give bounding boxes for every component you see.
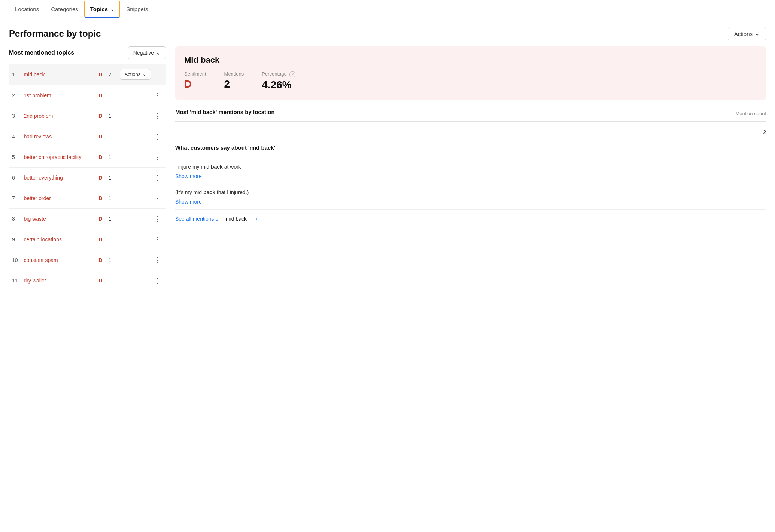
see-all-link[interactable]: See all mentions of mid back → — [175, 215, 766, 222]
row-number: 6 — [9, 168, 21, 188]
row-menu-button[interactable]: ⋮ — [152, 193, 163, 203]
topic-name[interactable]: bad reviews — [24, 134, 52, 140]
row-number: 4 — [9, 126, 21, 147]
help-icon: ? — [289, 71, 295, 77]
mentions-value: 2 — [224, 78, 244, 90]
topic-name[interactable]: better order — [24, 195, 51, 201]
nav-topics-label: Topics — [90, 6, 108, 12]
row-actions-button[interactable]: Actions ⌄ — [120, 69, 151, 80]
sentiment-badge: D — [96, 168, 106, 188]
table-row: 32nd problemD1⋮ — [9, 106, 166, 126]
page-header: Performance by topic Actions ⌄ — [0, 18, 775, 46]
mentions-metric: Mentions 2 — [224, 71, 244, 91]
row-menu-button[interactable]: ⋮ — [152, 276, 163, 285]
topic-name[interactable]: better everything — [24, 175, 63, 181]
nav-bar: Locations Categories Topics ⌄ Snippets — [0, 0, 775, 18]
mention-count: 1 — [106, 106, 117, 126]
row-number: 8 — [9, 209, 21, 229]
row-menu-button[interactable]: ⋮ — [152, 214, 163, 224]
topic-name[interactable]: mid back — [24, 71, 45, 77]
row-number: 3 — [9, 106, 21, 126]
detail-metrics: Sentiment D Mentions 2 Percentage ? 4.26… — [184, 71, 757, 91]
table-row: 4bad reviewsD1⋮ — [9, 126, 166, 147]
topic-name[interactable]: better chiropractic facility — [24, 154, 82, 160]
sentiment-badge: D — [96, 229, 106, 250]
sentiment-badge: D — [96, 250, 106, 270]
quote-2-highlight: back — [203, 189, 215, 195]
quote-1-show-more[interactable]: Show more — [175, 173, 202, 179]
row-number: 1 — [9, 64, 21, 85]
topic-name[interactable]: 2nd problem — [24, 113, 53, 119]
nav-categories-label: Categories — [51, 6, 78, 12]
nav-snippets-label: Snippets — [126, 6, 148, 12]
nav-snippets[interactable]: Snippets — [120, 0, 154, 18]
table-row: 1mid backD2Actions ⌄ — [9, 64, 166, 85]
row-menu-button[interactable]: ⋮ — [152, 173, 163, 183]
detail-card: Mid back Sentiment D Mentions 2 Percenta… — [175, 46, 766, 100]
quote-2-show-more[interactable]: Show more — [175, 199, 202, 205]
panel-title: Most mentioned topics — [9, 49, 74, 56]
row-menu-button[interactable]: ⋮ — [152, 91, 163, 100]
table-row: 21st problemD1⋮ — [9, 85, 166, 106]
see-all-prefix: See all mentions of — [175, 216, 220, 222]
table-row: 8big wasteD1⋮ — [9, 209, 166, 229]
sentiment-badge: D — [96, 147, 106, 168]
table-row: 9certain locationsD1⋮ — [9, 229, 166, 250]
sentiment-badge: D — [96, 64, 106, 85]
table-row: 11dry walletD1⋮ — [9, 270, 166, 291]
customer-section-title: What customers say about 'mid back' — [175, 144, 766, 151]
sentiment-label: Sentiment — [184, 71, 206, 77]
row-number: 5 — [9, 147, 21, 168]
row-menu-button[interactable]: ⋮ — [152, 111, 163, 121]
mention-count: 1 — [106, 85, 117, 106]
left-panel: Most mentioned topics Negative ⌄ 1mid ba… — [9, 46, 166, 291]
sentiment-badge: D — [96, 188, 106, 209]
row-number: 7 — [9, 188, 21, 209]
panel-header: Most mentioned topics Negative ⌄ — [9, 46, 166, 59]
nav-locations-label: Locations — [15, 6, 39, 12]
header-actions-button[interactable]: Actions ⌄ — [728, 27, 766, 40]
mention-count: 1 — [106, 229, 117, 250]
mention-count: 1 — [106, 188, 117, 209]
nav-categories[interactable]: Categories — [45, 0, 84, 18]
row-number: 11 — [9, 270, 21, 291]
location-row: 2 — [175, 126, 766, 138]
mention-count: 1 — [106, 126, 117, 147]
row-number: 9 — [9, 229, 21, 250]
nav-topics[interactable]: Topics ⌄ — [84, 1, 120, 18]
detail-title: Mid back — [184, 55, 757, 65]
right-panel: Mid back Sentiment D Mentions 2 Percenta… — [175, 46, 766, 291]
table-row: 6better everythingD1⋮ — [9, 168, 166, 188]
location-section-title: Most 'mid back' mentions by location — [175, 109, 275, 115]
topic-name[interactable]: certain locations — [24, 236, 62, 242]
nav-locations[interactable]: Locations — [9, 0, 45, 18]
topic-name[interactable]: 1st problem — [24, 92, 51, 98]
row-menu-button[interactable]: ⋮ — [152, 152, 163, 162]
topic-name[interactable]: constant spam — [24, 257, 58, 263]
quote-2-text: (It's my mid back that I injured.) — [175, 189, 766, 196]
percentage-value: 4.26% — [262, 79, 295, 91]
negative-filter-button[interactable]: Negative ⌄ — [128, 46, 166, 59]
quote-1-text: I injure my mid back at work — [175, 163, 766, 171]
row-number: 10 — [9, 250, 21, 270]
sentiment-badge: D — [96, 106, 106, 126]
main-layout: Most mentioned topics Negative ⌄ 1mid ba… — [0, 46, 775, 300]
mentions-label: Mentions — [224, 71, 244, 77]
see-all-arrow: → — [253, 215, 259, 222]
row-menu-button[interactable]: ⋮ — [152, 132, 163, 141]
chevron-down-icon: ⌄ — [111, 7, 114, 12]
row-menu-button[interactable]: ⋮ — [152, 255, 163, 265]
topic-name[interactable]: big waste — [24, 216, 46, 222]
sentiment-value: D — [184, 78, 206, 90]
page-title: Performance by topic — [9, 28, 101, 39]
table-row: 10constant spamD1⋮ — [9, 250, 166, 270]
sentiment-metric: Sentiment D — [184, 71, 206, 91]
chevron-down-icon: ⌄ — [156, 50, 161, 56]
table-row: 5better chiropractic facilityD1⋮ — [9, 147, 166, 168]
sentiment-badge: D — [96, 126, 106, 147]
topic-name[interactable]: dry wallet — [24, 278, 46, 284]
sentiment-badge: D — [96, 85, 106, 106]
row-menu-button[interactable]: ⋮ — [152, 235, 163, 244]
filter-label: Negative — [133, 50, 154, 56]
quote-2: (It's my mid back that I injured.) Show … — [175, 184, 766, 210]
